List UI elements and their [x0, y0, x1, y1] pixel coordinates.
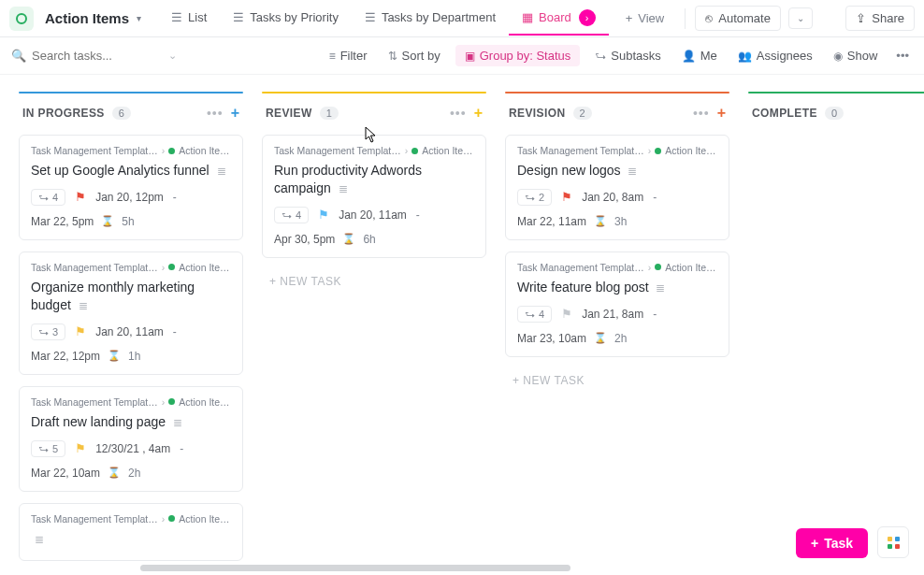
column-count-badge: 2: [573, 107, 592, 120]
description-icon: ≣: [628, 165, 637, 178]
show-button[interactable]: ◉Show: [828, 45, 884, 66]
subtask-icon: ⮑: [525, 192, 535, 203]
subtasks-count: 5: [52, 443, 58, 454]
me-button[interactable]: 👤Me: [676, 45, 723, 66]
task-meta: ⮑3⚑Jan 20, 11am-: [31, 323, 231, 340]
breadcrumb: Task Management Templat…›Action Ite…: [31, 396, 231, 408]
search-chevron-icon[interactable]: ⌄: [168, 50, 177, 62]
automate-button[interactable]: ⎋ Automate: [695, 6, 781, 31]
priority-flag-icon[interactable]: ⚑: [75, 441, 86, 455]
title-chevron-icon[interactable]: ▾: [137, 13, 141, 23]
task-card[interactable]: Task Management Templat…›Action Ite… ≣: [19, 503, 243, 562]
priority-flag-icon[interactable]: ⚑: [75, 190, 86, 204]
priority-flag-icon[interactable]: ⚑: [75, 324, 86, 338]
task-title: Draft new landing page ≣: [31, 413, 231, 431]
task-card[interactable]: Task Management Templat…›Action Ite…Set …: [19, 135, 243, 240]
view-tasks-department[interactable]: ☰ Tasks by Department: [352, 3, 509, 34]
subtasks-chip[interactable]: ⮑4: [517, 306, 552, 323]
column-accent-bar: [262, 92, 486, 93]
breadcrumb: Task Management Templat…›Action Ite…: [517, 145, 717, 156]
toolbar-more-button[interactable]: •••: [892, 45, 913, 66]
chevron-right-icon: ›: [648, 145, 652, 156]
subtask-icon: ⮑: [38, 443, 49, 454]
add-task-button[interactable]: + NEW TASK: [505, 368, 729, 393]
board-column-in_progress: IN PROGRESS6•••+Task Management Templat……: [19, 92, 243, 572]
column-more-button[interactable]: •••: [207, 106, 224, 121]
group-by-button[interactable]: ▣Group by: Status: [455, 45, 581, 66]
task-card[interactable]: Task Management Templat…›Action Ite…Writ…: [505, 252, 729, 357]
subtasks-count: 4: [296, 209, 301, 221]
subtasks-chip[interactable]: ⮑3: [31, 323, 65, 340]
dash: -: [180, 442, 183, 455]
person-icon: 👤: [682, 50, 696, 63]
task-card[interactable]: Task Management Templat…›Action Ite…Run …: [262, 135, 486, 258]
workspace-icon[interactable]: [9, 7, 34, 31]
automate-dropdown[interactable]: ⌄: [788, 7, 813, 29]
status-dot-icon: [168, 398, 175, 405]
crumb-list: Action Ite…: [665, 262, 715, 273]
task-card[interactable]: Task Management Templat…›Action Ite…Draf…: [19, 386, 243, 492]
hourglass-icon: ⌛: [342, 233, 355, 245]
view-board[interactable]: ▦ Board ›: [509, 2, 609, 36]
apps-button[interactable]: [877, 526, 909, 558]
plus-icon: +: [811, 536, 818, 551]
assignees-button[interactable]: 👥Assignees: [732, 45, 818, 66]
dash: -: [653, 191, 657, 204]
column-title: REVISION: [509, 107, 566, 120]
add-view-button[interactable]: + View: [614, 4, 676, 33]
crumb-folder: Task Management Templat…: [517, 145, 644, 156]
view-list[interactable]: ☰ List: [158, 3, 220, 34]
task-meta: ⮑5⚑12/30/21 , 4am-: [31, 440, 231, 457]
subtasks-chip[interactable]: ⮑5: [31, 440, 65, 457]
add-task-button[interactable]: + NEW TASK: [262, 269, 486, 294]
column-more-button[interactable]: •••: [450, 106, 467, 121]
priority-flag-icon[interactable]: ⚑: [561, 190, 572, 204]
crumb-folder: Task Management Templat…: [31, 262, 158, 273]
column-more-button[interactable]: •••: [693, 106, 710, 121]
sort-icon: ⇅: [388, 50, 397, 63]
svg-point-0: [17, 14, 26, 23]
task-card[interactable]: Task Management Templat…›Action Ite…Orga…: [19, 252, 243, 375]
description-icon: ≣: [173, 416, 182, 429]
task-card[interactable]: Task Management Templat…›Action Ite…Desi…: [505, 135, 729, 240]
new-task-fab[interactable]: + Task: [796, 528, 868, 558]
crumb-list: Action Ite…: [179, 396, 229, 408]
subtask-icon: ⮑: [38, 192, 49, 203]
search-input[interactable]: [32, 49, 163, 63]
filter-button[interactable]: ≡Filter: [324, 45, 373, 66]
priority-flag-icon[interactable]: ⚑: [318, 208, 329, 222]
chevron-right-icon: ›: [162, 262, 166, 273]
due-date: Jan 21, 8am: [582, 308, 643, 321]
sort-button[interactable]: ⇅Sort by: [383, 45, 446, 66]
view-play-icon[interactable]: ›: [579, 9, 596, 26]
column-add-button[interactable]: +: [474, 105, 483, 122]
column-add-button[interactable]: +: [231, 105, 239, 122]
breadcrumb: Task Management Templat…›Action Ite…: [517, 262, 717, 273]
crumb-folder: Task Management Templat…: [517, 262, 644, 273]
view-tasks-priority[interactable]: ☰ Tasks by Priority: [220, 3, 352, 34]
subtasks-chip[interactable]: ⮑4: [274, 207, 309, 223]
task-meta: ⮑4⚑Jan 20, 12pm-: [31, 189, 231, 206]
crumb-folder: Task Management Templat…: [274, 145, 401, 156]
column-add-button[interactable]: +: [717, 105, 726, 122]
list-icon: ☰: [365, 10, 376, 24]
horizontal-scrollbar[interactable]: [140, 565, 570, 571]
share-button[interactable]: ⇪ Share: [845, 6, 915, 31]
subtasks-chip[interactable]: ⮑2: [517, 189, 552, 206]
breadcrumb: Task Management Templat…›Action Ite…: [31, 262, 231, 273]
description-icon: ≣: [79, 299, 88, 312]
status-dot-icon: [411, 148, 418, 154]
task-title: Run productivity Adwords campaign ≣: [274, 162, 474, 197]
priority-flag-icon[interactable]: ⚑: [561, 307, 572, 321]
subtask-icon: ⮑: [38, 326, 49, 338]
search-wrap: 🔍 ⌄: [11, 49, 198, 63]
time-estimate: 1h: [128, 350, 140, 363]
time-estimate: 2h: [128, 467, 140, 480]
hourglass-icon: ⌛: [101, 215, 114, 227]
subtasks-count: 3: [52, 326, 58, 338]
chevron-right-icon: ›: [162, 396, 166, 408]
subtasks-button[interactable]: ⮑Subtasks: [589, 45, 666, 66]
subtasks-chip[interactable]: ⮑4: [31, 189, 65, 206]
column-header: REVIEW1•••+: [262, 103, 486, 135]
breadcrumb: Task Management Templat…›Action Ite…: [274, 145, 474, 156]
